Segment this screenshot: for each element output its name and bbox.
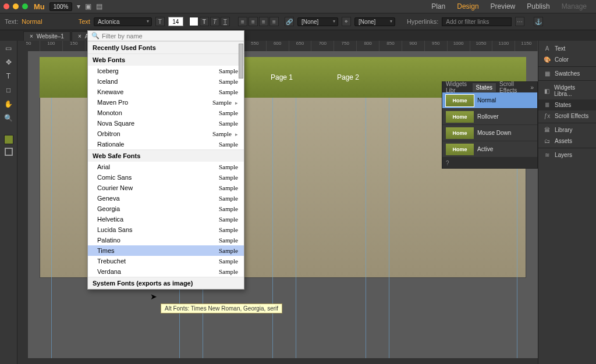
font-row-lucida-sans[interactable]: Lucida SansSample: [88, 224, 244, 235]
bold-icon[interactable]: T: [200, 17, 209, 26]
underline-icon[interactable]: T: [221, 17, 230, 26]
state-row-active[interactable]: HomeActive: [442, 141, 537, 158]
font-sample: Sample: [219, 141, 238, 148]
italic-icon[interactable]: T: [210, 17, 219, 26]
doc-tab-website1[interactable]: ×Website–1: [23, 31, 70, 41]
panel-item-text[interactable]: AText: [538, 43, 596, 54]
font-row-palatino[interactable]: PalatinoSample: [88, 235, 244, 245]
minimize-window-button[interactable]: [13, 3, 19, 9]
tab-publish[interactable]: Publish: [527, 2, 549, 10]
font-row-iceland[interactable]: IcelandSample: [88, 76, 244, 87]
panel-item-assets[interactable]: 🗂Assets: [538, 135, 596, 147]
column-guide: [389, 98, 389, 358]
text-panel-button[interactable]: Text: [79, 18, 90, 25]
crop-tool[interactable]: ✥: [3, 57, 14, 67]
fill-swatch[interactable]: [4, 135, 13, 144]
font-sample: Sample: [219, 67, 238, 74]
hyperlinks-input[interactable]: Add or filter links: [442, 17, 512, 26]
panel-label: Layers: [555, 152, 572, 158]
panel-item-widgets-libra-[interactable]: ◧Widgets Libra...: [538, 82, 596, 99]
anchor-icon[interactable]: ⚓: [534, 17, 543, 26]
font-tooltip: Alt Fonts: Times New Roman, Georgia, ser…: [161, 304, 282, 313]
font-row-nova-square[interactable]: Nova SquareSample: [88, 118, 244, 129]
font-size-input[interactable]: [168, 17, 183, 26]
font-row-verdana[interactable]: VerdanaSample: [88, 266, 244, 277]
hyperlink-options-icon[interactable]: ⋯: [515, 17, 524, 26]
states-tab-states[interactable]: States: [473, 83, 496, 92]
font-filter-input[interactable]: [102, 33, 240, 40]
font-sample: Sample▸: [212, 99, 238, 106]
font-sample: Sample: [219, 247, 238, 254]
state-thumbnail: Home: [446, 95, 474, 106]
panel-item-scroll-effects[interactable]: ƒxScroll Effects: [538, 110, 596, 122]
font-row-knewave[interactable]: KnewaveSample: [88, 87, 244, 97]
nav-item-page1[interactable]: Page 1: [266, 71, 297, 84]
target-combo[interactable]: [None]: [354, 17, 395, 26]
toolbar-tool-1[interactable]: ▣: [85, 2, 91, 10]
target-icon[interactable]: ⌖: [342, 17, 351, 26]
state-row-normal[interactable]: HomeNormal: [442, 92, 537, 109]
font-row-geneva[interactable]: GenevaSample: [88, 193, 244, 204]
font-row-trebuchet[interactable]: TrebuchetSample: [88, 256, 244, 266]
panel-item-states[interactable]: ≣States: [538, 99, 596, 110]
panel-item-library[interactable]: 🏛Library: [538, 124, 596, 135]
close-icon[interactable]: ×: [78, 33, 81, 40]
tab-manage[interactable]: Manage: [562, 2, 587, 10]
hand-tool[interactable]: ✋: [3, 99, 14, 109]
states-tab-widgets-libr[interactable]: Widgets Libr: [442, 80, 473, 95]
help-icon[interactable]: ?: [446, 160, 449, 166]
close-window-button[interactable]: [3, 3, 9, 9]
font-row-orbitron[interactable]: OrbitronSample▸: [88, 129, 244, 139]
horizontal-scrollbar[interactable]: [28, 358, 538, 364]
scrollbar-thumb[interactable]: [239, 44, 243, 78]
zoom-tool[interactable]: 🔍: [3, 113, 14, 123]
state-row-mouse-down[interactable]: HomeMouse Down: [442, 125, 537, 141]
font-row-arial[interactable]: ArialSample: [88, 162, 244, 172]
font-row-rationale[interactable]: RationaleSample: [88, 139, 244, 149]
selection-tool[interactable]: ▭: [3, 43, 14, 53]
align-justify-icon[interactable]: ≡: [269, 17, 279, 26]
toolbar-tool-2[interactable]: ▤: [96, 2, 102, 10]
font-row-helvetica[interactable]: HelveticaSample: [88, 214, 244, 224]
align-right-icon[interactable]: ≡: [259, 17, 268, 26]
text-tool[interactable]: T: [3, 71, 14, 81]
font-row-iceberg[interactable]: IcebergSample: [88, 66, 244, 76]
control-bar: Text: Normal Text Aclonica T T T T ≡ ≡ ≡…: [0, 13, 596, 30]
tab-plan[interactable]: Plan: [431, 2, 445, 10]
font-sample: Sample: [219, 174, 238, 181]
link-icon[interactable]: 🔗: [285, 17, 294, 26]
font-name: Orbitron: [97, 130, 120, 137]
tab-design[interactable]: Design: [457, 2, 478, 10]
font-row-courier-new[interactable]: Courier NewSample: [88, 183, 244, 193]
dropdown-icon[interactable]: ▾: [77, 2, 80, 10]
panel-icon: 🎨: [543, 56, 551, 63]
rect-tool[interactable]: □: [3, 85, 14, 95]
maximize-window-button[interactable]: [22, 3, 28, 9]
text-state[interactable]: Normal: [22, 18, 42, 25]
tab-preview[interactable]: Preview: [491, 2, 516, 10]
link-style-combo[interactable]: [None]: [297, 17, 338, 26]
states-tabs-overflow[interactable]: »: [527, 83, 537, 92]
states-tab-scroll-effects[interactable]: Scroll Effects: [496, 80, 527, 95]
panel-item-swatches[interactable]: ▦Swatches: [538, 68, 596, 79]
font-row-georgia[interactable]: GeorgiaSample: [88, 204, 244, 214]
nav-item-page2[interactable]: Page 2: [332, 71, 364, 84]
state-row-rollover[interactable]: HomeRollover: [442, 109, 537, 125]
stroke-swatch[interactable]: [5, 148, 13, 156]
font-family-combo[interactable]: Aclonica: [94, 17, 152, 26]
panel-label: Text: [555, 45, 565, 52]
align-center-icon[interactable]: ≡: [249, 17, 258, 26]
zoom-level[interactable]: 100%: [49, 2, 73, 11]
font-row-times[interactable]: TimesSample: [88, 245, 244, 256]
align-left-icon[interactable]: ≡: [238, 17, 247, 26]
font-row-monoton[interactable]: MonotonSample: [88, 108, 244, 118]
font-row-maven-pro[interactable]: Maven ProSample▸: [88, 97, 244, 108]
panel-item-layers[interactable]: ≋Layers: [538, 149, 596, 160]
panel-item-color[interactable]: 🎨Color: [538, 54, 596, 65]
panel-icon: ≣: [543, 102, 551, 108]
color-fill-icon[interactable]: [189, 17, 198, 26]
font-row-comic-sans[interactable]: Comic SansSample: [88, 172, 244, 183]
close-icon[interactable]: ×: [30, 33, 33, 40]
states-panel-footer: ?: [442, 158, 537, 168]
panel-icon: ≋: [543, 152, 551, 158]
